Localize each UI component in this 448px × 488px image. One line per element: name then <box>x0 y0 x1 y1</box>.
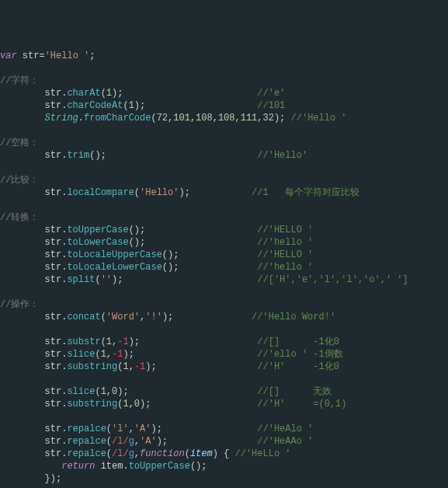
code-line: }); <box>0 473 61 484</box>
section-comment: //转换： <box>0 212 39 223</box>
code-line: str.trim(); //'Hello' <box>0 150 307 161</box>
code-line: str.substr(1,-1); //[] -1化0 <box>0 336 339 347</box>
code-line: str.split(''); //['H','e','l','l','o',' … <box>0 274 408 285</box>
code-line: return item.toUpperCase(); <box>0 461 207 472</box>
code-line: String.fromCharCode(72,101,108,108,111,3… <box>0 113 347 124</box>
code-line: str.concat('Word','!'); //'Hello Word!' <box>0 312 335 322</box>
code-line: str.repalce(/l/g,'A'); //'HeAAo ' <box>0 436 313 447</box>
section-comment: //空格： <box>0 138 39 148</box>
code-line: str.slice(1,-1); //'ello ' -1倒数 <box>0 349 343 360</box>
code-line: str.toLowerCase(); //'hello ' <box>0 237 313 248</box>
section-comment: //操作： <box>0 299 39 310</box>
code-line: str.toLocaleUpperCase(); //'HELLO ' <box>0 249 313 260</box>
code-line: var str='Hello '; <box>0 51 95 61</box>
section-comment: //字符： <box>0 75 39 86</box>
code-line: str.substring(1,0); //'H' =(0,1) <box>0 399 347 410</box>
section-comment: //比较： <box>0 175 39 186</box>
code-editor[interactable]: var str='Hello '; //字符： str.charAt(1); /… <box>0 50 448 488</box>
code-line: str.toUpperCase(); //'HELLO ' <box>0 225 313 235</box>
code-line: str.toLocaleLowerCase(); //'hello ' <box>0 262 313 273</box>
code-line: str.localCompare('Hello'); //1 每个字符对应比较 <box>0 187 359 198</box>
code-line: str.substring(1,-1); //'H' -1化0 <box>0 361 339 372</box>
code-line: str.charCodeAt(1); //101 <box>0 100 285 111</box>
code-line: str.repalce('l','A'); //'HeAlo ' <box>0 424 313 434</box>
code-line: str.slice(1,0); //[] 无效 <box>0 386 332 397</box>
code-line: str.repalce(/l/g,function(item) { //'HeL… <box>0 448 291 459</box>
code-line: str.charAt(1); //'e' <box>0 88 285 99</box>
